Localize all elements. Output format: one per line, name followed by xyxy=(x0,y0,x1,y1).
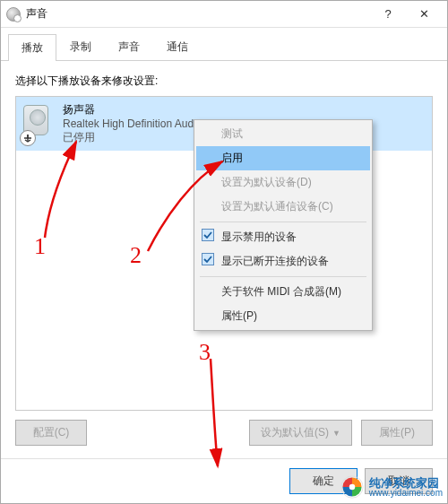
menu-item-properties[interactable]: 属性(P) xyxy=(196,304,370,328)
menu-item-show-disconnected[interactable]: 显示已断开连接的设备 xyxy=(196,249,370,274)
device-description: Realtek High Definition Audio xyxy=(63,117,202,130)
device-texts: 扬声器 Realtek High Definition Audio 已停用 xyxy=(63,102,202,145)
tab-content: 选择以下播放设备来修改设置: 扬声器 Realtek High Definiti… xyxy=(1,61,447,458)
watermark-title: 纯净系统家园 xyxy=(369,477,443,489)
menu-item-set-default-comm: 设置为默认通信设备(C) xyxy=(196,195,370,219)
set-default-label: 设为默认值(S) xyxy=(261,426,329,439)
device-list[interactable]: 扬声器 Realtek High Definition Audio 已停用 测试… xyxy=(15,96,433,411)
set-default-button[interactable]: 设为默认值(S)▼ xyxy=(249,420,352,446)
titlebar: 声音 ? ✕ xyxy=(1,1,447,28)
speaker-icon xyxy=(23,105,56,143)
device-status: 已停用 xyxy=(63,130,202,145)
chevron-down-icon: ▼ xyxy=(332,429,340,438)
tab-recording[interactable]: 录制 xyxy=(56,33,105,60)
properties-button[interactable]: 属性(P) xyxy=(361,420,433,446)
tab-sounds[interactable]: 声音 xyxy=(105,33,153,60)
menu-item-about-midi[interactable]: 关于软件 MIDI 合成器(M) xyxy=(196,280,370,304)
menu-separator xyxy=(200,222,366,222)
menu-item-enable[interactable]: 启用 xyxy=(196,146,370,170)
tab-playback[interactable]: 播放 xyxy=(8,34,56,61)
menu-item-label: 显示禁用的设备 xyxy=(221,230,297,243)
configure-button[interactable]: 配置(C) xyxy=(15,420,87,446)
check-icon xyxy=(202,253,214,265)
tab-strip: 播放 录制 声音 通信 xyxy=(1,28,447,61)
window-controls: ? ✕ xyxy=(370,2,442,27)
watermark: 纯净系统家园 www.yidaimei.com xyxy=(340,475,443,499)
help-button[interactable]: ? xyxy=(370,2,406,27)
disabled-badge-icon xyxy=(20,130,36,146)
device-name: 扬声器 xyxy=(63,102,202,117)
context-menu: 测试 启用 设置为默认设备(D) 设置为默认通信设备(C) 显示禁用的设备 显示… xyxy=(194,119,373,331)
speaker-system-icon xyxy=(6,7,21,22)
device-buttons-row: 配置(C) 设为默认值(S)▼ 属性(P) xyxy=(15,420,433,446)
close-button[interactable]: ✕ xyxy=(406,2,442,27)
svg-point-1 xyxy=(349,484,356,491)
menu-item-set-default: 设置为默认设备(D) xyxy=(196,170,370,195)
menu-separator xyxy=(200,276,366,277)
window-title: 声音 xyxy=(26,6,47,22)
tab-communications[interactable]: 通信 xyxy=(153,33,202,60)
watermark-url: www.yidaimei.com xyxy=(369,489,443,498)
menu-item-show-disabled[interactable]: 显示禁用的设备 xyxy=(196,225,370,249)
watermark-logo-icon xyxy=(340,475,364,499)
sound-dialog-window: 声音 ? ✕ 播放 录制 声音 通信 选择以下播放设备来修改设置: 扬声器 xyxy=(0,0,448,504)
instruction-label: 选择以下播放设备来修改设置: xyxy=(15,74,433,89)
check-icon xyxy=(202,229,214,241)
menu-item-label: 显示已断开连接的设备 xyxy=(221,255,329,267)
menu-item-test: 测试 xyxy=(196,122,370,146)
